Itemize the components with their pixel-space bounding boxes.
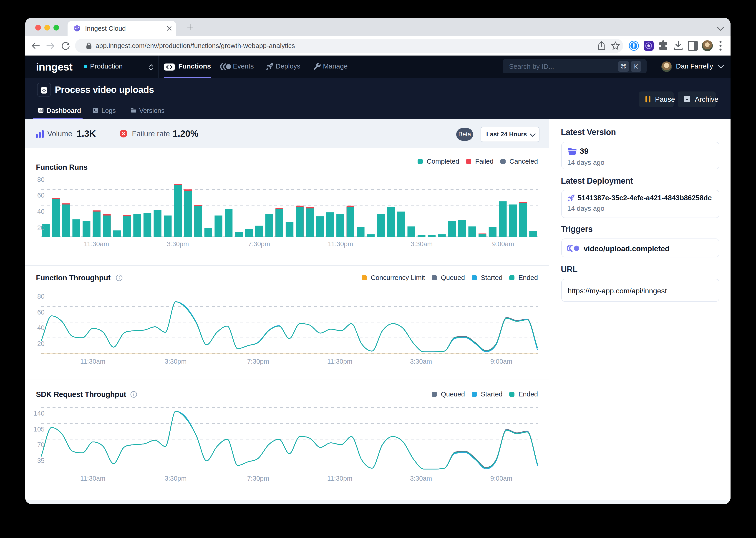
svg-text:11:30am: 11:30am — [80, 358, 106, 365]
svg-text:9:00am: 9:00am — [490, 475, 512, 482]
svg-text:60: 60 — [37, 191, 45, 199]
svg-text:11:30am: 11:30am — [84, 240, 109, 247]
svg-text:3:30pm: 3:30pm — [165, 358, 187, 365]
svg-text:11:30pm: 11:30pm — [327, 475, 353, 482]
svg-text:7:30pm: 7:30pm — [247, 358, 269, 365]
svg-text:7:30pm: 7:30pm — [248, 240, 270, 247]
svg-text:3:30pm: 3:30pm — [165, 475, 187, 482]
svg-text:20: 20 — [37, 224, 45, 232]
svg-text:40: 40 — [37, 324, 45, 331]
svg-text:3:30am: 3:30am — [410, 358, 432, 365]
svg-text:11:30pm: 11:30pm — [328, 240, 353, 247]
svg-text:70: 70 — [37, 441, 45, 448]
svg-text:7:30pm: 7:30pm — [247, 475, 269, 482]
svg-text:11:30pm: 11:30pm — [327, 358, 353, 365]
svg-text:9:00am: 9:00am — [492, 240, 514, 247]
svg-text:11:30am: 11:30am — [80, 475, 106, 482]
svg-text:3:30am: 3:30am — [410, 475, 432, 482]
svg-text:140: 140 — [34, 410, 45, 417]
svg-text:80: 80 — [37, 293, 45, 300]
svg-text:20: 20 — [37, 340, 45, 347]
svg-text:60: 60 — [37, 309, 45, 316]
svg-text:9:00am: 9:00am — [490, 358, 512, 365]
svg-text:105: 105 — [34, 426, 45, 433]
svg-text:35: 35 — [37, 457, 45, 464]
svg-text:80: 80 — [37, 176, 45, 183]
svg-text:3:30am: 3:30am — [411, 240, 433, 247]
svg-text:3:30pm: 3:30pm — [167, 240, 189, 247]
svg-text:40: 40 — [37, 208, 45, 215]
